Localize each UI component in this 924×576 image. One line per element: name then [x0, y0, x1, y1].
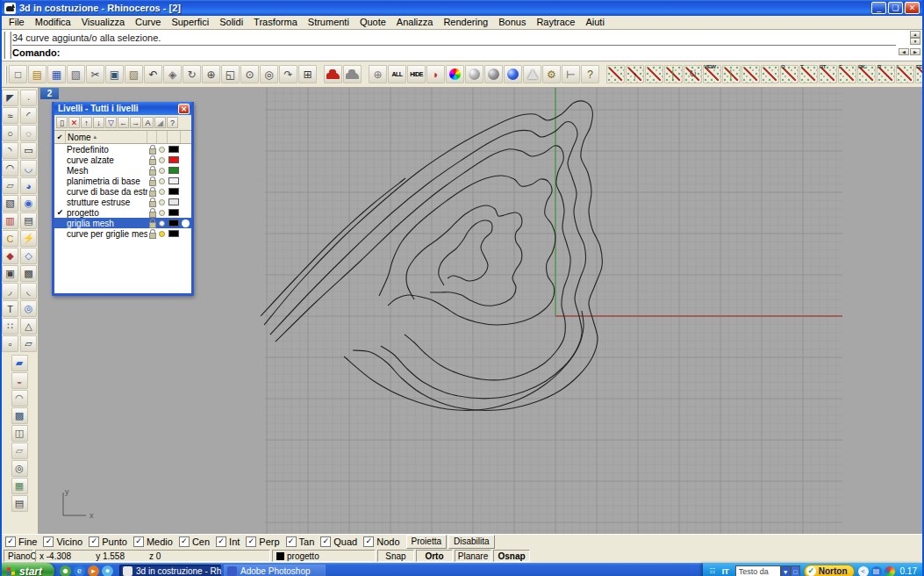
ie-icon[interactable]: e: [74, 565, 85, 576]
osnap-checkbox-icon[interactable]: ✓: [246, 536, 256, 547]
plane-tool-button[interactable]: ▱: [20, 335, 37, 352]
layer-color-swatch[interactable]: [167, 177, 180, 184]
start-button[interactable]: start: [2, 563, 54, 576]
media-player-icon[interactable]: ▸: [88, 565, 99, 576]
command-scroll-up[interactable]: ▲: [910, 31, 920, 38]
menu-solidi[interactable]: Solidi: [214, 16, 248, 29]
extrude-solid-button[interactable]: ▰: [11, 355, 28, 371]
layers-header-name[interactable]: Nome ▴: [66, 131, 147, 143]
sort-color-button[interactable]: ◢: [154, 117, 166, 128]
cplane-pane[interactable]: PianoC: [4, 550, 33, 562]
msn-icon[interactable]: ●: [102, 565, 113, 576]
taskbar-clock[interactable]: 0.17: [899, 566, 917, 576]
box-solid-button[interactable]: ▧: [2, 195, 18, 212]
layer-lock-icon[interactable]: [147, 208, 157, 217]
status-pane-planare[interactable]: Planare: [455, 550, 491, 562]
layer-bulb-icon[interactable]: [157, 168, 167, 174]
surface-patch-button[interactable]: ▱: [2, 177, 18, 194]
layers-panel[interactable]: Livelli - Tutti i livelli ✕ ▯✕↑↓▽←→A◢? ✔…: [52, 102, 194, 296]
dimension-button[interactable]: ⊢: [562, 65, 580, 83]
arch-tool-button[interactable]: ◒: [11, 372, 28, 389]
layer-row[interactable]: planimetria di base: [54, 176, 191, 186]
doc-lines-button[interactable]: ▤: [11, 495, 28, 512]
layers-panel-titlebar[interactable]: Livelli - Tutti i livelli ✕: [54, 102, 191, 115]
osnap-medio[interactable]: ✓Medio: [133, 536, 173, 547]
cplane-top-button[interactable]: T: [799, 65, 818, 83]
menu-trasforma[interactable]: Trasforma: [248, 16, 303, 29]
select-pointer-button[interactable]: ◤: [2, 90, 18, 106]
menu-analizza[interactable]: Analizza: [391, 16, 439, 29]
render-sphere-blue-button[interactable]: [504, 65, 522, 83]
save-file-button[interactable]: ▦: [47, 65, 66, 83]
layer-color-swatch[interactable]: [167, 230, 180, 237]
layer-current-check[interactable]: ✔: [54, 208, 66, 217]
osnap-checkbox-icon[interactable]: ✓: [179, 536, 190, 547]
viewport-layout-button[interactable]: ⊞: [298, 65, 317, 83]
layer-row[interactable]: curve per griglie mesh: [54, 228, 191, 239]
cplane-front-button[interactable]: F: [838, 65, 856, 83]
search-dropdown-icon[interactable]: ▼: [781, 565, 791, 576]
layer-bulb-icon[interactable]: [157, 178, 167, 184]
collapse-button[interactable]: ←: [118, 117, 129, 128]
arc-center-button[interactable]: ◝: [2, 142, 18, 159]
polyline-button[interactable]: △: [20, 318, 37, 335]
point-edit-button[interactable]: ◆: [2, 248, 18, 264]
layer-row[interactable]: curve alzate: [54, 155, 191, 165]
layer-row[interactable]: Predefinito: [54, 144, 191, 155]
cplane-stick-1-button[interactable]: │: [664, 65, 683, 83]
menu-file[interactable]: File: [4, 16, 30, 29]
cplane-back-button[interactable]: BK: [857, 65, 876, 83]
filter-layers-button[interactable]: ▽: [105, 117, 117, 128]
options-gears-button[interactable]: ⚙: [542, 65, 561, 83]
task-button[interactable]: Adobe Photoshop: [224, 565, 326, 576]
layer-row[interactable]: curve di base da estru...: [54, 186, 191, 197]
layer-lock-icon[interactable]: [147, 145, 157, 154]
orient-button[interactable]: ◎: [20, 300, 37, 317]
layer-lock-icon[interactable]: [147, 198, 157, 206]
flash-tool-button[interactable]: ⚡: [20, 230, 37, 247]
menu-curve[interactable]: Curve: [130, 16, 166, 29]
open-file-button[interactable]: ▤: [28, 65, 47, 83]
array-dots-button[interactable]: ∷: [2, 318, 18, 335]
layer-lock-icon[interactable]: [147, 176, 157, 185]
target-tool-button[interactable]: ◎: [11, 460, 28, 477]
osnap-checkbox-icon[interactable]: ✓: [43, 536, 54, 547]
layer-bulb-icon[interactable]: [157, 199, 167, 205]
layer-color-swatch[interactable]: [167, 198, 180, 205]
point-move-button[interactable]: ◇: [20, 248, 37, 264]
select-all-button[interactable]: ALL: [388, 65, 406, 83]
surface-blob-button[interactable]: ◕: [20, 177, 37, 194]
command-grip[interactable]: [4, 32, 11, 59]
menu-superfici[interactable]: Superfici: [166, 16, 214, 29]
cplane-3-button[interactable]: [741, 65, 760, 83]
layers-header-material[interactable]: [181, 131, 191, 143]
extrude-panel-button[interactable]: ▤: [20, 212, 37, 229]
curve-fillet-button[interactable]: ◞: [2, 283, 18, 299]
command-area[interactable]: 34 curve aggiunta/o alla selezione. Coma…: [2, 29, 922, 61]
rotate-view-button[interactable]: ↻: [183, 65, 201, 83]
layer-bulb-icon[interactable]: [157, 210, 167, 216]
undo-button[interactable]: ↶: [144, 65, 162, 83]
paste-button[interactable]: ▨: [125, 65, 143, 83]
osnap-nodo[interactable]: ✓Nodo: [363, 536, 399, 547]
status-pane-osnap[interactable]: Osnap: [493, 550, 530, 562]
layer-lock-icon[interactable]: [147, 187, 157, 196]
zoom-dynamic-button[interactable]: ⊙: [240, 65, 259, 83]
layer-row[interactable]: ✔progetto: [54, 207, 191, 218]
layers-header-check[interactable]: ✔: [54, 131, 66, 143]
layer-lock-icon[interactable]: [147, 166, 157, 175]
layer-color-swatch[interactable]: [167, 188, 180, 195]
hide-objects-button[interactable]: HIDE: [407, 65, 426, 83]
layers-panel-close-icon[interactable]: ✕: [178, 104, 190, 114]
menu-strumenti[interactable]: Strumenti: [303, 16, 355, 29]
layer-row[interactable]: griglia mesh: [54, 218, 191, 228]
cplane-stick-2-button[interactable]: │: [722, 65, 741, 83]
cut-button[interactable]: ✂: [86, 65, 104, 83]
cplane-2-button[interactable]: [645, 65, 663, 83]
osnap-checkbox-icon[interactable]: ✓: [286, 536, 297, 547]
cplane-right-button[interactable]: R: [877, 65, 895, 83]
handles-on-button[interactable]: ▣: [2, 265, 18, 282]
menu-raytrace[interactable]: Raytrace: [531, 16, 580, 29]
status-pane-snap[interactable]: Snap: [377, 550, 414, 562]
cplane-1-button[interactable]: [606, 65, 625, 83]
